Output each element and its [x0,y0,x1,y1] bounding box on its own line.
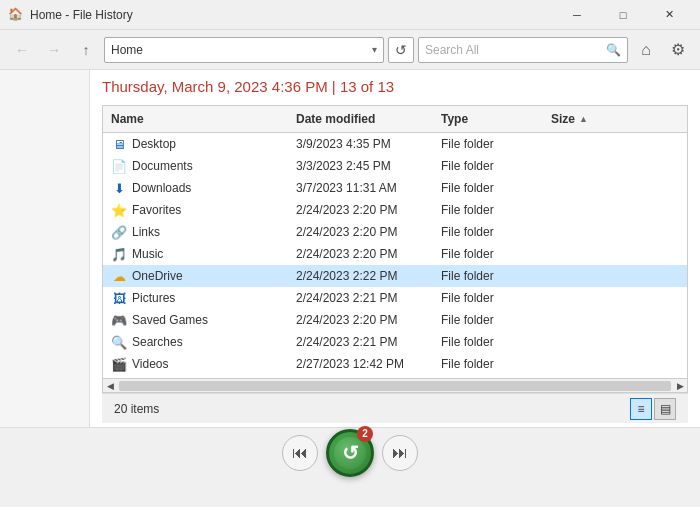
main-area: Thursday, March 9, 2023 4:36 PM | 13 of … [0,70,700,427]
file-date-cell: 3/9/2023 4:35 PM [288,137,433,151]
forward-button[interactable]: → [40,36,68,64]
scroll-thumb[interactable] [119,381,671,391]
back-button[interactable]: ← [8,36,36,64]
file-icon: 🎬 [111,356,127,372]
table-row[interactable]: ⬇ Downloads 3/7/2023 11:31 AM File folde… [103,177,687,199]
file-name-cell: 🎮 Saved Games [103,312,288,328]
close-button[interactable]: ✕ [646,0,692,30]
app-icon: 🏠 [8,7,24,23]
table-row[interactable]: 🎬 Videos 2/27/2023 12:42 PM File folder [103,353,687,375]
table-row[interactable]: 🎵 Music 2/24/2023 2:20 PM File folder [103,243,687,265]
restore-button[interactable]: ↺ 2 [326,429,374,477]
file-type-cell: File folder [433,357,543,371]
table-row[interactable]: 🖼 Pictures 2/24/2023 2:21 PM File folder [103,287,687,309]
file-name-cell: 🔍 Searches [103,334,288,350]
search-bar[interactable]: Search All 🔍 [418,37,628,63]
refresh-button[interactable]: ↺ [388,37,414,63]
next-button[interactable]: ⏭ [382,435,418,471]
file-name-cell: ⬇ Downloads [103,180,288,196]
scroll-right-arrow[interactable]: ▶ [673,379,687,393]
restore-badge: 2 [357,426,373,442]
file-type-cell: File folder [433,203,543,217]
file-list-container: Name Date modified Type Size ▲ 🖥 Desktop… [102,105,688,393]
up-button[interactable]: ↑ [72,36,100,64]
file-icon: ⬇ [111,180,127,196]
file-date-cell: 2/24/2023 2:21 PM [288,291,433,305]
file-type-cell: File folder [433,269,543,283]
details-view-button[interactable]: ≡ [630,398,652,420]
file-name-cell: 🖼 Pictures [103,290,288,306]
column-size[interactable]: Size ▲ [543,110,687,128]
file-icon: 📄 [111,158,127,174]
file-name-cell: 📄 Documents [103,158,288,174]
prev-icon: ⏮ [292,444,308,462]
prev-button[interactable]: ⏮ [282,435,318,471]
file-icon: 🖼 [111,290,127,306]
file-type-cell: File folder [433,225,543,239]
scroll-left-arrow[interactable]: ◀ [103,379,117,393]
minimize-button[interactable]: ─ [554,0,600,30]
file-icon: 🖥 [111,136,127,152]
file-icon: 🔍 [111,334,127,350]
file-type-cell: File folder [433,335,543,349]
file-type-cell: File folder [433,313,543,327]
file-date-cell: 2/24/2023 2:20 PM [288,203,433,217]
file-type-cell: File folder [433,291,543,305]
table-row[interactable]: 🖥 Desktop 3/9/2023 4:35 PM File folder [103,133,687,155]
column-date-modified[interactable]: Date modified [288,110,433,128]
sort-arrow-icon: ▲ [579,114,588,124]
count-text: 13 of 13 [340,78,394,95]
file-icon: ☁ [111,268,127,284]
table-row[interactable]: 🔍 Searches 2/24/2023 2:21 PM File folder [103,331,687,353]
window-title: Home - File History [30,8,554,22]
file-date-cell: 2/24/2023 2:21 PM [288,335,433,349]
date-header: Thursday, March 9, 2023 4:36 PM | 13 of … [102,78,688,95]
file-icon: 🎮 [111,312,127,328]
view-buttons: ≡ ▤ [630,398,676,420]
file-date-cell: 2/27/2023 12:42 PM [288,357,433,371]
address-dropdown-icon[interactable]: ▾ [372,44,377,55]
table-row[interactable]: ⭐ Favorites 2/24/2023 2:20 PM File folde… [103,199,687,221]
file-name-cell: ⭐ Favorites [103,202,288,218]
home-icon-button[interactable]: ⌂ [632,36,660,64]
file-name-cell: 🎵 Music [103,246,288,262]
restore-icon: ↺ [342,441,359,465]
file-name-cell: 🖥 Desktop [103,136,288,152]
file-icon: 🔗 [111,224,127,240]
list-view-button[interactable]: ▤ [654,398,676,420]
search-icon[interactable]: 🔍 [606,43,621,57]
file-type-cell: File folder [433,137,543,151]
file-list-body[interactable]: 🖥 Desktop 3/9/2023 4:35 PM File folder 📄… [103,133,687,378]
file-date-cell: 2/24/2023 2:20 PM [288,225,433,239]
address-bar[interactable]: Home ▾ [104,37,384,63]
file-date-cell: 3/7/2023 11:31 AM [288,181,433,195]
file-date-cell: 2/24/2023 2:20 PM [288,247,433,261]
column-name[interactable]: Name [103,110,288,128]
content-pane: Thursday, March 9, 2023 4:36 PM | 13 of … [90,70,700,427]
toolbar: ← → ↑ Home ▾ ↺ Search All 🔍 ⌂ ⚙ [0,30,700,70]
status-count: 20 items [114,402,622,416]
title-bar: 🏠 Home - File History ─ □ ✕ [0,0,700,30]
horizontal-scrollbar[interactable]: ◀ ▶ [103,378,687,392]
file-type-cell: File folder [433,181,543,195]
file-list-header: Name Date modified Type Size ▲ [103,106,687,133]
table-row[interactable]: 🎮 Saved Games 2/24/2023 2:20 PM File fol… [103,309,687,331]
maximize-button[interactable]: □ [600,0,646,30]
address-text: Home [111,43,372,57]
settings-icon-button[interactable]: ⚙ [664,36,692,64]
file-icon: 🎵 [111,246,127,262]
table-row[interactable]: 🔗 Links 2/24/2023 2:20 PM File folder [103,221,687,243]
column-type[interactable]: Type [433,110,543,128]
title-bar-controls: ─ □ ✕ [554,0,692,30]
date-separator: | [332,78,336,95]
file-type-cell: File folder [433,159,543,173]
file-date-cell: 3/3/2023 2:45 PM [288,159,433,173]
file-date-cell: 2/24/2023 2:22 PM [288,269,433,283]
file-name-cell: 🎬 Videos [103,356,288,372]
table-row[interactable]: 📄 Documents 3/3/2023 2:45 PM File folder [103,155,687,177]
table-row[interactable]: ☁ OneDrive 2/24/2023 2:22 PM File folder [103,265,687,287]
sidebar [0,70,90,427]
file-date-cell: 2/24/2023 2:20 PM [288,313,433,327]
search-placeholder: Search All [425,43,606,57]
next-icon: ⏭ [392,444,408,462]
